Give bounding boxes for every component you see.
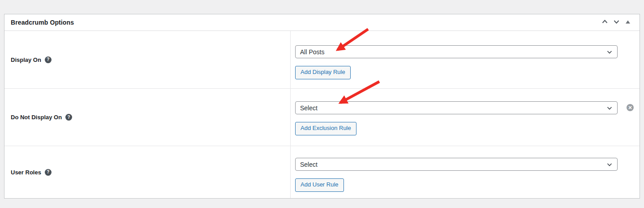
field-label: Display On	[11, 56, 41, 63]
label-cell: Do Not Display On ?	[4, 89, 290, 146]
help-icon[interactable]: ?	[45, 56, 52, 63]
triangle-up-icon	[625, 19, 631, 26]
select-value: Select	[300, 104, 318, 112]
add-user-rule-button[interactable]: Add User Rule	[295, 178, 344, 192]
chevron-down-icon	[613, 18, 620, 27]
field-cell: All Posts Add Display Rule	[290, 31, 640, 88]
chevron-down-icon	[606, 48, 613, 56]
panel-title: Breadcrumb Options	[11, 19, 74, 26]
user-roles-select[interactable]: Select	[295, 158, 618, 171]
chevron-down-icon	[606, 161, 613, 168]
collapse-toggle-button[interactable]	[623, 17, 633, 27]
chevron-up-icon	[601, 18, 609, 27]
chevron-down-icon	[606, 104, 613, 112]
field-label: Do Not Display On	[11, 114, 62, 121]
field-cell: Select Add User Rule	[290, 146, 640, 198]
settings-rows: Display On ? All Posts Add Display Rule …	[4, 31, 640, 198]
display-on-select[interactable]: All Posts	[295, 45, 618, 58]
move-down-button[interactable]	[611, 17, 621, 27]
metabox-header: Breadcrumb Options	[4, 14, 640, 31]
select-value: All Posts	[300, 48, 324, 56]
add-exclusion-rule-button[interactable]: Add Exclusion Rule	[295, 122, 356, 135]
metabox-header-controls	[600, 17, 633, 27]
setting-row-display-on: Display On ? All Posts Add Display Rule	[4, 31, 640, 89]
setting-row-do-not-display-on: Do Not Display On ? Select Add Exclusion…	[4, 89, 640, 146]
add-display-rule-button[interactable]: Add Display Rule	[295, 66, 351, 79]
field-cell: Select Add Exclusion Rule ✕	[290, 89, 640, 146]
select-value: Select	[300, 161, 318, 168]
help-icon[interactable]: ?	[45, 169, 52, 176]
move-up-button[interactable]	[600, 17, 610, 27]
field-label: User Roles	[11, 169, 41, 176]
remove-rule-icon[interactable]: ✕	[627, 104, 634, 111]
help-icon[interactable]: ?	[65, 114, 72, 121]
breadcrumb-options-metabox: Breadcrumb Options Display On	[4, 14, 640, 199]
label-cell: Display On ?	[4, 31, 290, 88]
label-cell: User Roles ?	[4, 146, 290, 198]
setting-row-user-roles: User Roles ? Select Add User Rule	[4, 146, 640, 198]
do-not-display-on-select[interactable]: Select	[295, 101, 618, 114]
